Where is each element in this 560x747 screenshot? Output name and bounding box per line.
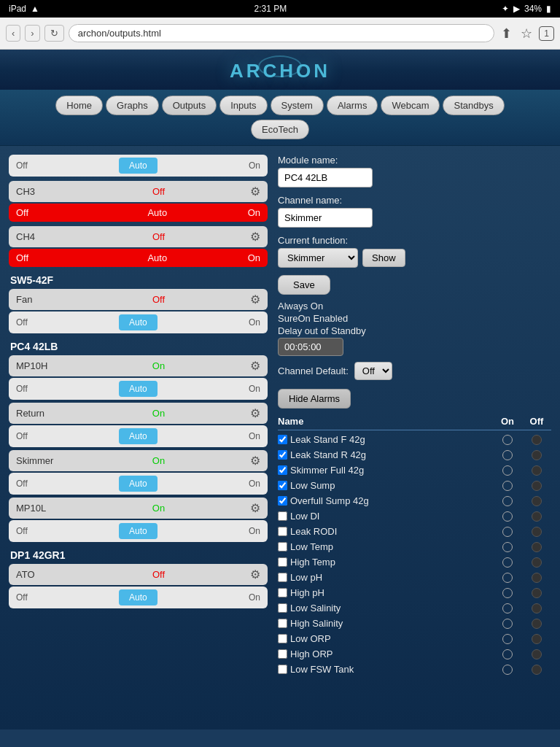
alarm-checkbox[interactable] (278, 649, 287, 659)
alarm-radio-off[interactable] (522, 619, 551, 629)
alarm-checkbox[interactable] (278, 665, 287, 674)
toggle-auto-btn-top[interactable]: Auto (119, 158, 158, 174)
alarm-radio-on[interactable] (493, 665, 522, 675)
alarm-radio-on[interactable] (493, 481, 522, 491)
alarm-radio-on[interactable] (493, 588, 522, 598)
alarm-checkbox[interactable] (278, 496, 287, 506)
alarm-radio-off[interactable] (522, 665, 551, 675)
alarm-checkbox[interactable] (278, 542, 287, 551)
alarm-radio-on[interactable] (493, 557, 522, 568)
fan-toggle-row: Off Auto On (9, 311, 268, 333)
alarm-radio-on[interactable] (493, 542, 522, 552)
nav-inputs[interactable]: Inputs (219, 96, 267, 115)
ch4-gear-icon[interactable]: ⚙ (250, 230, 260, 244)
alarm-radio-off[interactable] (522, 588, 551, 598)
show-button[interactable]: Show (362, 249, 405, 267)
always-on-row: Always On (278, 301, 551, 311)
nav-system[interactable]: System (271, 96, 324, 115)
mp10h-auto-btn[interactable]: Auto (119, 381, 158, 397)
alarm-radio-on[interactable] (493, 511, 522, 522)
nav-webcam[interactable]: Webcam (381, 96, 440, 115)
channel-ch3: CH3 Off ⚙ (9, 181, 268, 202)
alarm-checkbox[interactable] (278, 435, 287, 444)
ato-gear-icon[interactable]: ⚙ (250, 568, 260, 581)
nav-alarms[interactable]: Alarms (327, 96, 378, 115)
alarm-radio-on[interactable] (493, 435, 522, 445)
ch3-gear-icon[interactable]: ⚙ (250, 185, 260, 198)
site-header: ARCHON (0, 50, 560, 90)
main-nav: Home Graphs Outputs Inputs System Alarms… (0, 96, 560, 115)
fan-gear-icon[interactable]: ⚙ (250, 293, 260, 306)
alarm-radio-on[interactable] (493, 634, 522, 644)
alarm-radio-off[interactable] (522, 573, 551, 583)
ato-auto-btn[interactable]: Auto (119, 589, 158, 605)
alarm-radio-on[interactable] (493, 496, 522, 506)
alarm-radio-off[interactable] (522, 634, 551, 644)
function-select[interactable]: Skimmer Always On Refugium Return Wavema… (278, 248, 358, 268)
alarm-radio-on[interactable] (493, 450, 522, 460)
battery-icon: ▮ (546, 4, 551, 14)
alarm-checkbox[interactable] (278, 465, 287, 475)
alarm-name-text: Leak Stand F 42g (290, 434, 365, 445)
refresh-button[interactable]: ↻ (44, 25, 64, 42)
nav-home[interactable]: Home (55, 96, 103, 115)
alarm-checkbox[interactable] (278, 588, 287, 597)
alarm-checkbox[interactable] (278, 634, 287, 643)
alarm-radio-on[interactable] (493, 573, 522, 583)
module-name-input[interactable] (278, 168, 373, 187)
ch4-auto-label: Auto (147, 252, 167, 263)
alarm-row: Low Sump (278, 478, 551, 493)
skimmer-gear-icon[interactable]: ⚙ (250, 454, 260, 468)
nav-standbys[interactable]: Standbys (443, 96, 504, 115)
alarm-checkbox[interactable] (278, 603, 287, 613)
mp10l-gear-icon[interactable]: ⚙ (250, 501, 260, 515)
alarm-checkbox[interactable] (278, 557, 287, 567)
save-button[interactable]: Save (278, 275, 330, 295)
alarm-radio-off[interactable] (522, 557, 551, 568)
main-content: Off Auto On CH3 Off ⚙ Off Auto On CH4 Of… (0, 146, 560, 729)
alarm-radio-off[interactable] (522, 496, 551, 506)
bookmark-button[interactable]: ☆ (518, 23, 534, 44)
alarm-radio-off[interactable] (522, 542, 551, 552)
url-bar[interactable] (69, 24, 495, 42)
nav-ecotech[interactable]: EcoTech (251, 120, 309, 139)
alarm-radio-off[interactable] (522, 435, 551, 445)
mp10l-auto-btn[interactable]: Auto (119, 523, 158, 539)
channel-default-select[interactable]: Off On (354, 362, 392, 380)
alarm-radio-on[interactable] (493, 527, 522, 537)
alarm-radio-off[interactable] (522, 481, 551, 491)
alarm-radio-off[interactable] (522, 649, 551, 659)
alarm-radio-on[interactable] (493, 603, 522, 614)
return-auto-btn[interactable]: Auto (119, 428, 158, 444)
alarm-checkbox[interactable] (278, 619, 287, 628)
nav-outputs[interactable]: Outputs (162, 96, 217, 115)
tab-count[interactable]: 1 (539, 26, 554, 41)
back-button[interactable]: ‹ (6, 25, 20, 42)
ch3-status: Off (152, 186, 165, 197)
alarm-checkbox[interactable] (278, 511, 287, 521)
alarm-radio-on[interactable] (493, 465, 522, 476)
alarm-radio-off[interactable] (522, 511, 551, 522)
share-button[interactable]: ⬆ (499, 23, 514, 44)
alarm-radio-off[interactable] (522, 527, 551, 537)
channel-name-input[interactable] (278, 208, 373, 228)
mp10h-off: Off (16, 384, 28, 394)
alarm-radio-off[interactable] (522, 603, 551, 614)
delay-value-input[interactable] (278, 338, 343, 356)
alarm-checkbox[interactable] (278, 527, 287, 536)
alarm-checkbox[interactable] (278, 481, 287, 490)
nav-graphs[interactable]: Graphs (106, 96, 159, 115)
mp10h-gear-icon[interactable]: ⚙ (250, 359, 260, 373)
fan-auto-btn[interactable]: Auto (119, 314, 158, 330)
alarm-radio-off[interactable] (522, 450, 551, 460)
skimmer-auto-btn[interactable]: Auto (119, 476, 158, 492)
alarm-radio-off[interactable] (522, 465, 551, 476)
alarm-radio-on[interactable] (493, 649, 522, 659)
alarm-checkbox[interactable] (278, 450, 287, 460)
forward-button[interactable]: › (25, 25, 39, 42)
return-gear-icon[interactable]: ⚙ (250, 406, 260, 420)
alarm-checkbox[interactable] (278, 573, 287, 582)
alarm-radio-on[interactable] (493, 619, 522, 629)
hide-alarms-button[interactable]: Hide Alarms (278, 389, 351, 409)
alarm-row: High pH (278, 585, 551, 600)
